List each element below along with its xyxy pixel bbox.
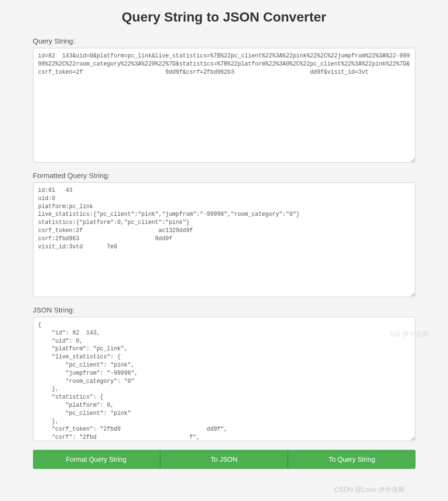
to-json-button[interactable]: To JSON [160, 450, 287, 469]
json-string-label: JSON String: [33, 306, 415, 314]
query-string-label: Query String: [33, 37, 415, 45]
formatted-query-string-output[interactable] [33, 182, 415, 297]
page-title: Query String to JSON Converter [33, 10, 415, 25]
format-query-string-button[interactable]: Format Query String [33, 450, 160, 469]
main-container: Query String to JSON Converter Query Str… [33, 10, 415, 469]
json-string-output[interactable] [33, 317, 415, 441]
to-query-string-button[interactable]: To Query String [288, 450, 415, 469]
button-row: Format Query String To JSON To Query Str… [33, 450, 415, 469]
query-string-input[interactable] [33, 48, 415, 163]
formatted-query-string-label: Formatted Query String: [33, 171, 415, 179]
